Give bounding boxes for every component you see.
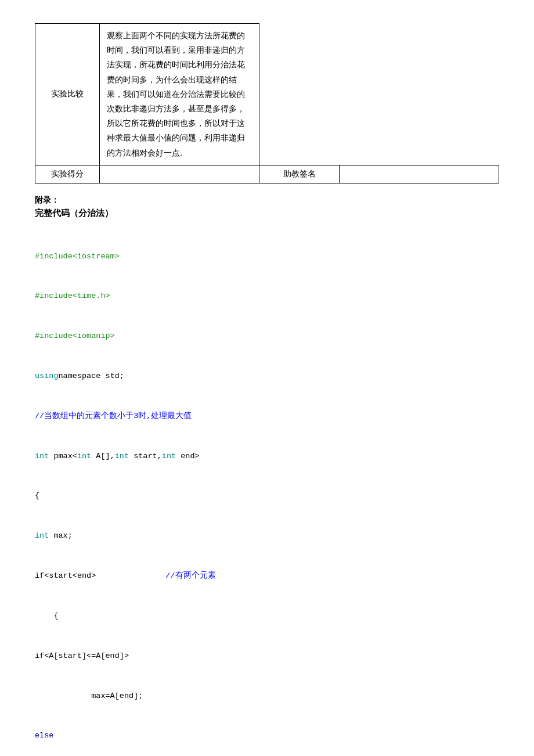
experiment-label: 实验比较 bbox=[35, 24, 100, 165]
experiment-table: 实验比较 观察上面两个不同的实现方法所花费的时间，我们可以看到，采用非递归的方法… bbox=[35, 23, 499, 183]
code-line-2: #include<time.h> bbox=[35, 290, 499, 303]
code-line-13: else bbox=[35, 729, 499, 743]
appendix-title: 附录： bbox=[35, 195, 499, 206]
code-line-8: int max; bbox=[35, 530, 499, 543]
sig-label: 助教签名 bbox=[259, 165, 340, 183]
code-line-6: int pmax<int A[],int start,int end> bbox=[35, 450, 499, 463]
code-line-11: if<A[start]<=A[end]> bbox=[35, 650, 499, 663]
code-line-4: usingnamespace std; bbox=[35, 370, 499, 383]
code-line-3: #include<iomanip> bbox=[35, 330, 499, 343]
experiment-content: 观察上面两个不同的实现方法所花费的时间，我们可以看到，采用非递归的方法实现，所花… bbox=[100, 24, 259, 165]
code-section-title: 完整代码（分治法） bbox=[35, 208, 499, 219]
code-line-10: { bbox=[35, 610, 499, 623]
page-container: 实验比较 观察上面两个不同的实现方法所花费的时间，我们可以看到，采用非递归的方法… bbox=[35, 23, 499, 756]
score-label: 实验得分 bbox=[35, 165, 100, 183]
code-block: #include<iostream> #include<time.h> #inc… bbox=[35, 224, 499, 756]
code-line-7: { bbox=[35, 489, 499, 503]
code-line-9: if<start<end>//有两个元素 bbox=[35, 570, 499, 583]
sig-value bbox=[339, 165, 499, 183]
code-line-12: max=A[end]; bbox=[35, 690, 499, 703]
code-line-1: #include<iostream> bbox=[35, 250, 499, 264]
score-value bbox=[100, 165, 259, 183]
code-line-5: //当数组中的元素个数小于3时,处理最大值 bbox=[35, 410, 499, 423]
